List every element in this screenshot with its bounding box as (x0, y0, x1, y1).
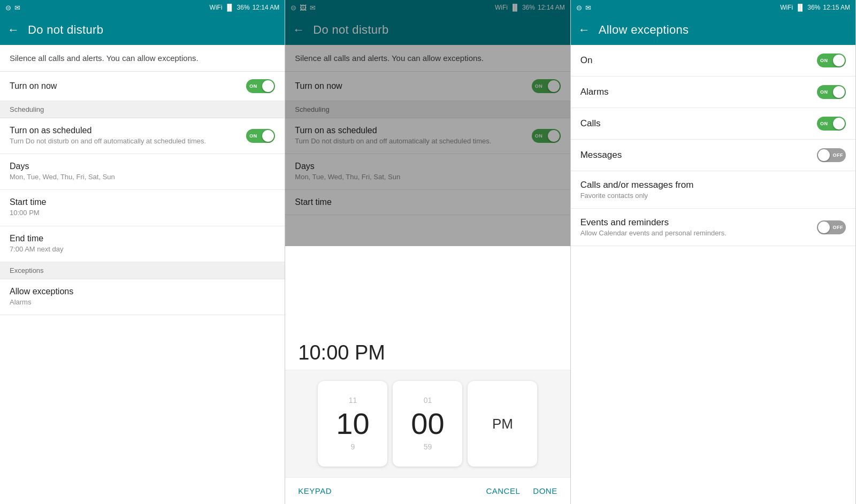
turn-on-now-toggle-1[interactable]: ON (246, 79, 275, 93)
email-icon-3: ✉ (585, 4, 591, 12)
hours-wheel[interactable]: 11 10 9 (318, 381, 387, 467)
status-bar-1: ⊝ ✉ WiFi ▐▌ 36% 12:14 AM (0, 0, 285, 15)
scheduled-subtitle-1: Turn Do not disturb on and off automatic… (10, 136, 206, 146)
setting-end-time-1[interactable]: End time 7:00 AM next day (0, 226, 285, 262)
status-bar-left-3: ⊝ ✉ (576, 4, 591, 12)
exceptions-header-1: Exceptions (0, 262, 285, 279)
overlay-dim (285, 0, 570, 246)
toggle-on-text-1: ON (249, 83, 257, 89)
content-1: Silence all calls and alerts. You can al… (0, 45, 285, 504)
panel-do-not-disturb-1: ⊝ ✉ WiFi ▐▌ 36% 12:14 AM ← Do not distur… (0, 0, 285, 504)
done-button[interactable]: DONE (533, 486, 557, 495)
page-title-1: Do not disturb (28, 23, 103, 37)
email-icon-1: ✉ (14, 4, 20, 12)
setting-calls[interactable]: Calls ON (571, 108, 855, 140)
status-bar-right-3: WiFi ▐▌ 36% 12:15 AM (780, 4, 850, 11)
hour-main: 10 (336, 407, 369, 440)
battery-level-3: 36% (807, 4, 820, 11)
scheduled-toggle-1[interactable]: ON (246, 129, 275, 143)
toggle-knob-1 (262, 80, 274, 92)
back-button-3[interactable]: ← (578, 23, 590, 37)
keypad-button[interactable]: KEYPAD (298, 486, 332, 495)
on-title: On (580, 55, 593, 66)
end-time-subtitle-1: 7:00 AM next day (10, 245, 63, 254)
time-picker-wheels: 11 10 9 01 00 59 PM (285, 370, 570, 477)
alarms-toggle[interactable]: ON (817, 85, 846, 99)
minute-main: 00 (411, 407, 444, 440)
signal-icon-3: ▐▌ (796, 4, 805, 11)
panel-allow-exceptions: ⊝ ✉ WiFi ▐▌ 36% 12:15 AM ← Allow excepti… (571, 0, 856, 504)
hour-above: 11 (349, 394, 357, 407)
alarms-title: Alarms (580, 87, 609, 97)
setting-alarms[interactable]: Alarms ON (571, 77, 855, 108)
time-1: 12:14 AM (253, 4, 280, 11)
setting-on[interactable]: On ON (571, 45, 855, 77)
cancel-button[interactable]: CANCEL (486, 486, 520, 495)
signal-icon-1: ▐▌ (225, 4, 234, 11)
minute-above: 01 (424, 394, 432, 407)
time-picker-actions: KEYPAD CANCEL DONE (285, 477, 570, 504)
setting-messages[interactable]: Messages OFF (571, 140, 855, 171)
setting-allow-exceptions-1[interactable]: Allow exceptions Alarms (0, 279, 285, 315)
setting-scheduled-1[interactable]: Turn on as scheduled Turn Do not disturb… (0, 118, 285, 154)
setting-turn-on-now-1[interactable]: Turn on now ON (0, 72, 285, 101)
panel-do-not-disturb-2: ⊝ 🖼 ✉ WiFi ▐▌ 36% 12:14 AM ← Do not dist… (285, 0, 570, 504)
turn-on-now-label-1: Turn on now (10, 81, 57, 91)
messages-title: Messages (580, 150, 622, 161)
calls-messages-subtitle: Favorite contacts only (580, 192, 694, 200)
time-3: 12:15 AM (823, 4, 850, 11)
days-subtitle-1: Mon, Tue, Wed, Thu, Fri, Sat, Sun (10, 172, 115, 182)
hour-below: 9 (351, 440, 355, 454)
scheduling-header-1: Scheduling (0, 101, 285, 118)
start-time-subtitle-1: 10:00 PM (10, 208, 46, 218)
events-title: Events and reminders (580, 217, 727, 228)
status-bar-left-1: ⊝ ✉ (5, 4, 20, 12)
toggle-knob-scheduled (262, 130, 274, 142)
scheduled-title-1: Turn on as scheduled (10, 126, 206, 135)
minutes-wheel[interactable]: 01 00 59 (393, 381, 462, 467)
page-title-3: Allow exceptions (599, 23, 689, 37)
wifi-icon-1: WiFi (210, 4, 223, 11)
setting-events-reminders[interactable]: Events and reminders Allow Calendar even… (571, 209, 855, 246)
period-main: PM (492, 411, 513, 437)
setting-start-time-1[interactable]: Start time 10:00 PM (0, 190, 285, 226)
start-time-title-1: Start time (10, 197, 46, 207)
wifi-icon-3: WiFi (780, 4, 793, 11)
time-display: 10:00 PM (285, 331, 570, 370)
description-1: Silence all calls and alerts. You can al… (0, 45, 285, 72)
messages-toggle[interactable]: OFF (817, 148, 846, 162)
notification-icon-1: ⊝ (5, 4, 11, 12)
status-bar-3: ⊝ ✉ WiFi ▐▌ 36% 12:15 AM (571, 0, 855, 15)
battery-level-1: 36% (237, 4, 250, 11)
allow-exceptions-title-1: Allow exceptions (10, 287, 73, 296)
top-bar-1: ← Do not disturb (0, 15, 285, 45)
end-time-title-1: End time (10, 234, 63, 243)
toggle-on-text-scheduled: ON (249, 133, 257, 139)
setting-calls-messages-from[interactable]: Calls and/or messages from Favorite cont… (571, 171, 855, 209)
allow-exceptions-subtitle-1: Alarms (10, 297, 73, 307)
on-toggle[interactable]: ON (817, 54, 846, 67)
events-subtitle: Allow Calendar events and personal remin… (580, 229, 727, 237)
top-bar-3: ← Allow exceptions (571, 15, 855, 45)
days-title-1: Days (10, 162, 115, 171)
status-bar-right-1: WiFi ▐▌ 36% 12:14 AM (210, 4, 280, 11)
events-toggle[interactable]: OFF (817, 220, 846, 234)
calls-toggle[interactable]: ON (817, 117, 846, 131)
setting-days-1[interactable]: Days Mon, Tue, Wed, Thu, Fri, Sat, Sun (0, 154, 285, 190)
time-picker: 10:00 PM 11 10 9 01 00 59 PM KEYPAD CANC… (285, 331, 570, 504)
minute-below: 59 (424, 440, 432, 454)
picker-confirm-group: CANCEL DONE (486, 486, 557, 495)
notification-icon-3: ⊝ (576, 4, 582, 12)
calls-title: Calls (580, 118, 601, 129)
calls-messages-title: Calls and/or messages from (580, 180, 694, 190)
content-3: On ON Alarms ON Calls ON (571, 45, 855, 504)
back-button-1[interactable]: ← (7, 23, 19, 37)
ampm-wheel[interactable]: PM (468, 381, 537, 467)
